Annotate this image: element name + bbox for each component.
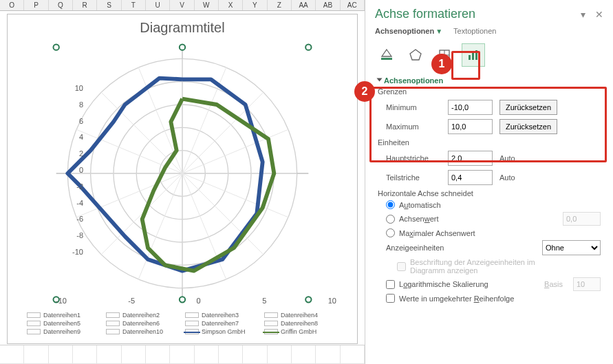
svg-point-25 <box>305 45 311 50</box>
input-maximum[interactable] <box>448 119 493 134</box>
svg-line-18 <box>138 67 182 173</box>
worksheet-cells-bottom[interactable] <box>0 345 365 364</box>
tab-textoptionen[interactable]: Textoptionen <box>453 25 496 36</box>
pane-close-icon[interactable]: ✕ <box>595 9 603 20</box>
svg-marker-30 <box>410 50 421 60</box>
label-hauptstriche: Hauptstriche <box>386 154 441 162</box>
label-minimum: Minimum <box>386 103 441 111</box>
label-einheiten: Einheiten <box>378 138 601 147</box>
label-auto-haupt: Auto <box>499 154 515 162</box>
svg-line-14 <box>76 173 182 217</box>
tab-achsenoptionen[interactable]: Achsenoptionen▼ <box>375 25 442 36</box>
svg-point-23 <box>54 45 59 50</box>
chart-legend: Datenreihen1Datenreihen2Datenreihen3Date… <box>8 311 357 343</box>
input-hauptstriche[interactable] <box>448 151 493 166</box>
pane-dropdown-icon[interactable]: ▾ <box>581 9 585 20</box>
svg-rect-34 <box>469 55 471 60</box>
input-minimum[interactable] <box>448 100 493 115</box>
chart-object[interactable]: Diagrammtitel 1086420-2-4-6-8-10 -10-505… <box>7 14 358 344</box>
chart-title: Diagrammtitel <box>8 20 357 36</box>
label-teilstriche: Teilstriche <box>386 173 441 182</box>
label-auto-teil: Auto <box>499 173 515 182</box>
label-hachse: Horizontale Achse schneidet <box>378 189 601 197</box>
size-properties-icon[interactable] <box>433 43 456 67</box>
axis-options-icon[interactable] <box>462 43 485 67</box>
svg-rect-36 <box>475 50 477 60</box>
radar-chart <box>8 36 357 311</box>
check-beschriftung: Beschriftung der Anzeigeeinheiten im Dia… <box>397 258 601 275</box>
check-werte-umkehr[interactable]: Werte in umgekehrter Reihenfolge <box>386 294 601 303</box>
fill-line-icon[interactable] <box>375 43 398 67</box>
label-grenzen: Grenzen <box>378 87 601 96</box>
svg-rect-35 <box>472 52 474 60</box>
select-anzeigeeinheiten[interactable]: Ohne <box>542 240 601 255</box>
input-teilstriche[interactable] <box>448 170 493 185</box>
format-axis-pane: Achse formatieren ▾ ✕ Achsenoptionen▼ Te… <box>365 0 613 364</box>
effects-icon[interactable] <box>404 43 427 67</box>
check-log-skalierung[interactable]: Logarithmische SkalierungBasis <box>386 277 601 291</box>
svg-line-21 <box>182 92 264 173</box>
svg-line-13 <box>101 173 182 255</box>
pane-title: Achse formatieren <box>375 7 475 21</box>
label-anzeigeeinheiten: Anzeigeeinheiten <box>386 244 462 252</box>
radio-achsenwert[interactable]: Achsenwert <box>386 212 601 226</box>
radio-maxachsenwert[interactable]: Maximaler Achsenwert <box>386 228 601 237</box>
label-maximum: Maximum <box>386 122 441 131</box>
radio-automatisch[interactable]: Automatisch <box>386 200 601 209</box>
svg-line-9 <box>182 173 264 255</box>
reset-maximum-button[interactable]: Zurücksetzen <box>499 119 557 134</box>
column-headers[interactable]: OPQRSTUVWXYZAAABAC <box>0 0 365 11</box>
svg-rect-29 <box>381 58 392 60</box>
reset-minimum-button[interactable]: Zurücksetzen <box>499 100 557 115</box>
svg-point-24 <box>180 45 185 50</box>
section-achsenoptionen[interactable]: Achsenoptionen <box>378 76 601 85</box>
